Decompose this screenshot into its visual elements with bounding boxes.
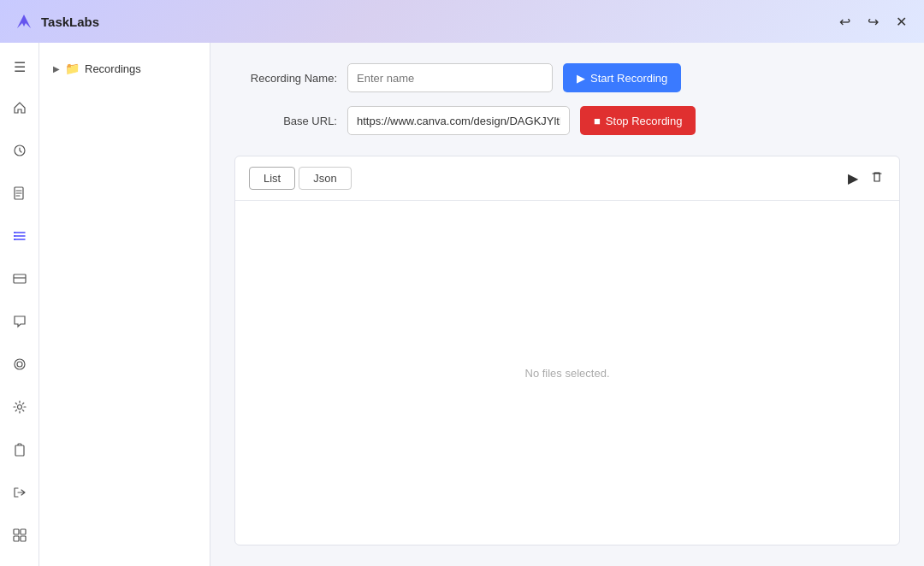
close-button[interactable]: ✕ (892, 12, 910, 32)
clipboard-icon (14, 443, 26, 460)
start-recording-button[interactable]: ▶ Start Recording (563, 63, 681, 92)
settings-icon (13, 400, 27, 417)
svg-point-7 (15, 359, 25, 369)
forward-icon: ↪ (868, 14, 879, 30)
title-bar-left: TaskLabs (14, 11, 99, 32)
tab-list-label: List (264, 172, 281, 185)
content-area: Recording Name: ▶ Start Recording Base U… (210, 43, 924, 566)
main-layout: ☰ (0, 43, 924, 566)
svg-rect-12 (21, 529, 26, 534)
start-recording-label: Start Recording (590, 72, 667, 85)
base-url-input[interactable] (347, 106, 570, 135)
panel-body: No files selected. (235, 201, 899, 545)
grid-icon (13, 528, 27, 545)
svg-rect-10 (15, 445, 24, 456)
svg-rect-11 (14, 529, 19, 534)
svg-marker-0 (17, 15, 31, 28)
recording-name-label: Recording Name: (234, 72, 337, 85)
svg-rect-6 (14, 274, 26, 283)
delete-icon (870, 172, 884, 186)
title-bar-controls: ↩ ↪ ✕ (836, 12, 910, 32)
clock-icon-btn[interactable] (6, 139, 33, 166)
stop-icon: ■ (594, 115, 601, 127)
stop-recording-button[interactable]: ■ Stop Recording (580, 106, 696, 135)
svg-rect-13 (14, 536, 19, 541)
grid-icon-btn[interactable] (6, 523, 33, 551)
svg-rect-14 (21, 536, 26, 541)
document-icon (14, 186, 26, 203)
chevron-right-icon: ▶ (53, 64, 60, 74)
nav-item-recordings[interactable]: ▶ 📁 Recordings (46, 56, 203, 80)
record-icon (13, 357, 27, 374)
svg-point-3 (14, 232, 15, 233)
login-icon-btn[interactable] (6, 481, 33, 508)
tab-list[interactable]: List (249, 167, 295, 190)
folder-icon: 📁 (65, 62, 80, 75)
clipboard-icon-btn[interactable] (6, 438, 33, 465)
base-url-row: Base URL: ■ Stop Recording (234, 106, 900, 135)
menu-icon: ☰ (14, 59, 26, 75)
tab-json[interactable]: Json (299, 167, 351, 190)
back-icon: ↩ (839, 14, 850, 30)
record-icon-btn[interactable] (6, 352, 33, 380)
play-icon: ▶ (577, 72, 585, 85)
recording-name-row: Recording Name: ▶ Start Recording (234, 63, 900, 92)
back-button[interactable]: ↩ (836, 12, 854, 32)
delete-action-button[interactable] (868, 168, 886, 189)
svg-point-4 (14, 235, 15, 237)
play-action-button[interactable]: ▶ (846, 168, 860, 188)
stop-recording-label: Stop Recording (606, 115, 683, 127)
list-icon-btn[interactable] (6, 224, 33, 251)
list-icon (13, 229, 27, 246)
panel-toolbar: List Json ▶ (235, 156, 899, 201)
card-icon-btn[interactable] (6, 267, 33, 294)
settings-icon-btn[interactable] (6, 395, 33, 422)
svg-point-5 (14, 239, 15, 240)
nav-recordings-label: Recordings (85, 62, 141, 75)
tab-json-label: Json (313, 172, 336, 185)
login-icon (13, 486, 27, 503)
document-icon-btn[interactable] (6, 181, 33, 209)
panel-tabs: List Json (249, 167, 352, 190)
form-section: Recording Name: ▶ Start Recording Base U… (234, 63, 900, 135)
svg-point-8 (17, 362, 22, 367)
menu-icon-btn[interactable]: ☰ (6, 53, 33, 80)
card-icon (13, 272, 27, 289)
recording-name-input[interactable] (347, 63, 553, 92)
empty-state-text: No files selected. (525, 367, 610, 380)
svg-point-9 (17, 405, 21, 410)
forward-button[interactable]: ↪ (864, 12, 882, 32)
base-url-label: Base URL: (234, 115, 337, 127)
app-logo-icon (14, 11, 34, 32)
home-icon (13, 101, 27, 118)
app-title: TaskLabs (41, 15, 99, 29)
title-bar: TaskLabs ↩ ↪ ✕ (0, 0, 924, 43)
sidebar-icons: ☰ (0, 43, 39, 566)
close-icon: ✕ (896, 14, 907, 30)
clock-icon (13, 144, 27, 161)
content-panel: List Json ▶ (234, 156, 900, 545)
side-nav: ▶ 📁 Recordings (39, 43, 210, 566)
panel-actions: ▶ (846, 168, 886, 189)
chat-icon (13, 315, 27, 332)
play-action-icon: ▶ (848, 171, 858, 186)
chat-icon-btn[interactable] (6, 310, 33, 337)
home-icon-btn[interactable] (6, 96, 33, 123)
